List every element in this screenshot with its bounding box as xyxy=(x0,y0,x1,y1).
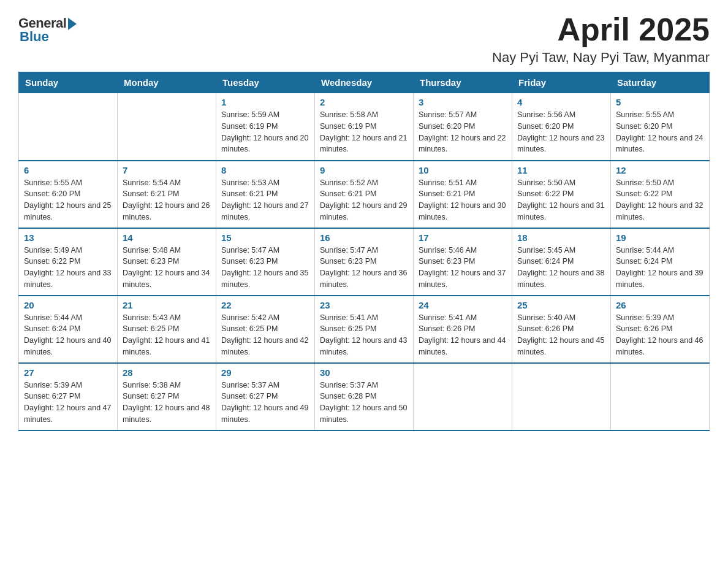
day-info: Sunrise: 5:59 AMSunset: 6:19 PMDaylight:… xyxy=(221,109,309,155)
day-number: 10 xyxy=(419,165,507,175)
calendar-table: SundayMondayTuesdayWednesdayThursdayFrid… xyxy=(18,72,710,431)
weekday-header-tuesday: Tuesday xyxy=(216,72,315,93)
calendar-cell: 16Sunrise: 5:47 AMSunset: 6:23 PMDayligh… xyxy=(315,228,414,296)
day-info: Sunrise: 5:37 AMSunset: 6:27 PMDaylight:… xyxy=(221,380,309,426)
calendar-cell xyxy=(414,363,512,431)
logo-blue-text: Blue xyxy=(20,29,49,45)
day-number: 13 xyxy=(24,232,112,243)
day-info: Sunrise: 5:55 AMSunset: 6:20 PMDaylight:… xyxy=(616,109,704,155)
day-number: 3 xyxy=(419,97,507,107)
calendar-cell: 26Sunrise: 5:39 AMSunset: 6:26 PMDayligh… xyxy=(611,296,710,363)
day-number: 5 xyxy=(616,97,704,107)
day-info: Sunrise: 5:41 AMSunset: 6:26 PMDaylight:… xyxy=(419,312,507,358)
calendar-cell xyxy=(512,363,611,431)
day-info: Sunrise: 5:37 AMSunset: 6:28 PMDaylight:… xyxy=(320,380,408,426)
day-number: 6 xyxy=(24,165,112,175)
calendar-header-row: SundayMondayTuesdayWednesdayThursdayFrid… xyxy=(19,72,710,93)
day-info: Sunrise: 5:49 AMSunset: 6:22 PMDaylight:… xyxy=(24,245,112,291)
calendar-cell: 29Sunrise: 5:37 AMSunset: 6:27 PMDayligh… xyxy=(216,363,315,431)
calendar-cell: 25Sunrise: 5:40 AMSunset: 6:26 PMDayligh… xyxy=(512,296,611,363)
weekday-header-thursday: Thursday xyxy=(414,72,512,93)
calendar-week-row: 27Sunrise: 5:39 AMSunset: 6:27 PMDayligh… xyxy=(19,363,710,431)
logo-arrow-icon xyxy=(68,18,77,30)
day-number: 27 xyxy=(24,367,112,378)
day-info: Sunrise: 5:52 AMSunset: 6:21 PMDaylight:… xyxy=(320,177,408,223)
day-info: Sunrise: 5:39 AMSunset: 6:27 PMDaylight:… xyxy=(24,380,112,426)
day-info: Sunrise: 5:58 AMSunset: 6:19 PMDaylight:… xyxy=(320,109,408,155)
day-info: Sunrise: 5:38 AMSunset: 6:27 PMDaylight:… xyxy=(123,380,211,426)
day-number: 2 xyxy=(320,97,408,107)
day-info: Sunrise: 5:40 AMSunset: 6:26 PMDaylight:… xyxy=(517,312,605,358)
calendar-cell: 3Sunrise: 5:57 AMSunset: 6:20 PMDaylight… xyxy=(414,93,512,161)
weekday-header-saturday: Saturday xyxy=(611,72,710,93)
day-number: 30 xyxy=(320,367,408,378)
day-info: Sunrise: 5:56 AMSunset: 6:20 PMDaylight:… xyxy=(517,109,605,155)
calendar-cell: 13Sunrise: 5:49 AMSunset: 6:22 PMDayligh… xyxy=(19,228,118,296)
day-info: Sunrise: 5:43 AMSunset: 6:25 PMDaylight:… xyxy=(123,312,211,358)
calendar-cell xyxy=(19,93,118,161)
calendar-cell: 11Sunrise: 5:50 AMSunset: 6:22 PMDayligh… xyxy=(512,161,611,228)
calendar-cell: 15Sunrise: 5:47 AMSunset: 6:23 PMDayligh… xyxy=(216,228,315,296)
day-number: 28 xyxy=(123,367,211,378)
day-number: 15 xyxy=(221,232,309,243)
calendar-cell: 5Sunrise: 5:55 AMSunset: 6:20 PMDaylight… xyxy=(611,93,710,161)
day-number: 11 xyxy=(517,165,605,175)
day-number: 9 xyxy=(320,165,408,175)
day-info: Sunrise: 5:50 AMSunset: 6:22 PMDaylight:… xyxy=(616,177,704,223)
day-info: Sunrise: 5:44 AMSunset: 6:24 PMDaylight:… xyxy=(24,312,112,358)
page-header: General Blue April 2025 Nay Pyi Taw, Nay… xyxy=(18,12,710,66)
day-number: 25 xyxy=(517,300,605,310)
calendar-cell xyxy=(611,363,710,431)
day-number: 23 xyxy=(320,300,408,310)
day-number: 4 xyxy=(517,97,605,107)
calendar-cell: 9Sunrise: 5:52 AMSunset: 6:21 PMDaylight… xyxy=(315,161,414,228)
day-number: 17 xyxy=(419,232,507,243)
calendar-cell: 28Sunrise: 5:38 AMSunset: 6:27 PMDayligh… xyxy=(118,363,216,431)
logo: General Blue xyxy=(18,15,77,45)
day-info: Sunrise: 5:51 AMSunset: 6:21 PMDaylight:… xyxy=(419,177,507,223)
calendar-cell: 10Sunrise: 5:51 AMSunset: 6:21 PMDayligh… xyxy=(414,161,512,228)
day-info: Sunrise: 5:47 AMSunset: 6:23 PMDaylight:… xyxy=(320,245,408,291)
day-number: 21 xyxy=(123,300,211,310)
day-info: Sunrise: 5:47 AMSunset: 6:23 PMDaylight:… xyxy=(221,245,309,291)
day-info: Sunrise: 5:53 AMSunset: 6:21 PMDaylight:… xyxy=(221,177,309,223)
calendar-cell: 19Sunrise: 5:44 AMSunset: 6:24 PMDayligh… xyxy=(611,228,710,296)
calendar-cell: 27Sunrise: 5:39 AMSunset: 6:27 PMDayligh… xyxy=(19,363,118,431)
day-number: 7 xyxy=(123,165,211,175)
day-number: 20 xyxy=(24,300,112,310)
calendar-cell: 14Sunrise: 5:48 AMSunset: 6:23 PMDayligh… xyxy=(118,228,216,296)
calendar-cell: 1Sunrise: 5:59 AMSunset: 6:19 PMDaylight… xyxy=(216,93,315,161)
day-number: 12 xyxy=(616,165,704,175)
calendar-cell: 24Sunrise: 5:41 AMSunset: 6:26 PMDayligh… xyxy=(414,296,512,363)
calendar-cell: 18Sunrise: 5:45 AMSunset: 6:24 PMDayligh… xyxy=(512,228,611,296)
calendar-cell: 6Sunrise: 5:55 AMSunset: 6:20 PMDaylight… xyxy=(19,161,118,228)
calendar-cell: 2Sunrise: 5:58 AMSunset: 6:19 PMDaylight… xyxy=(315,93,414,161)
day-number: 26 xyxy=(616,300,704,310)
calendar-title: April 2025 xyxy=(492,12,710,47)
calendar-cell: 12Sunrise: 5:50 AMSunset: 6:22 PMDayligh… xyxy=(611,161,710,228)
calendar-cell xyxy=(118,93,216,161)
calendar-cell: 8Sunrise: 5:53 AMSunset: 6:21 PMDaylight… xyxy=(216,161,315,228)
day-number: 19 xyxy=(616,232,704,243)
calendar-week-row: 13Sunrise: 5:49 AMSunset: 6:22 PMDayligh… xyxy=(19,228,710,296)
calendar-week-row: 1Sunrise: 5:59 AMSunset: 6:19 PMDaylight… xyxy=(19,93,710,161)
calendar-cell: 22Sunrise: 5:42 AMSunset: 6:25 PMDayligh… xyxy=(216,296,315,363)
day-info: Sunrise: 5:57 AMSunset: 6:20 PMDaylight:… xyxy=(419,109,507,155)
calendar-subtitle: Nay Pyi Taw, Nay Pyi Taw, Myanmar xyxy=(492,50,710,66)
day-info: Sunrise: 5:46 AMSunset: 6:23 PMDaylight:… xyxy=(419,245,507,291)
weekday-header-monday: Monday xyxy=(118,72,216,93)
calendar-cell: 30Sunrise: 5:37 AMSunset: 6:28 PMDayligh… xyxy=(315,363,414,431)
day-info: Sunrise: 5:50 AMSunset: 6:22 PMDaylight:… xyxy=(517,177,605,223)
day-info: Sunrise: 5:41 AMSunset: 6:25 PMDaylight:… xyxy=(320,312,408,358)
day-number: 29 xyxy=(221,367,309,378)
weekday-header-sunday: Sunday xyxy=(19,72,118,93)
title-block: April 2025 Nay Pyi Taw, Nay Pyi Taw, Mya… xyxy=(492,12,710,66)
day-info: Sunrise: 5:42 AMSunset: 6:25 PMDaylight:… xyxy=(221,312,309,358)
day-number: 1 xyxy=(221,97,309,107)
calendar-cell: 7Sunrise: 5:54 AMSunset: 6:21 PMDaylight… xyxy=(118,161,216,228)
day-info: Sunrise: 5:44 AMSunset: 6:24 PMDaylight:… xyxy=(616,245,704,291)
calendar-week-row: 6Sunrise: 5:55 AMSunset: 6:20 PMDaylight… xyxy=(19,161,710,228)
day-number: 24 xyxy=(419,300,507,310)
day-info: Sunrise: 5:54 AMSunset: 6:21 PMDaylight:… xyxy=(123,177,211,223)
day-info: Sunrise: 5:45 AMSunset: 6:24 PMDaylight:… xyxy=(517,245,605,291)
